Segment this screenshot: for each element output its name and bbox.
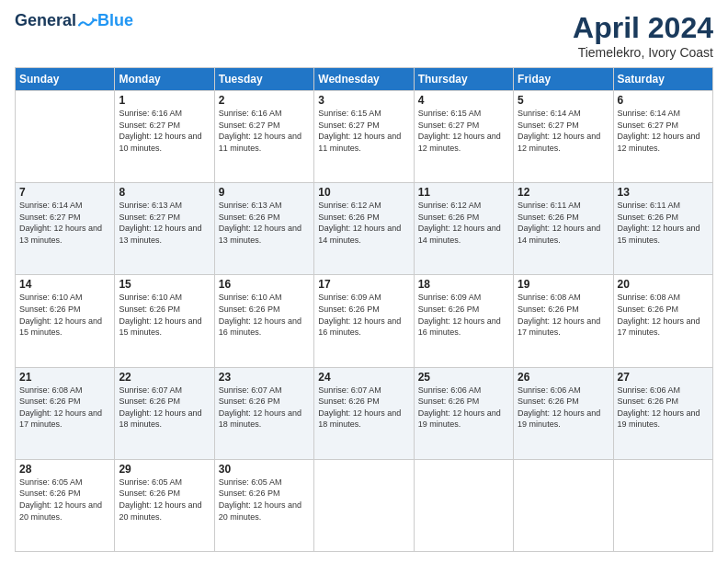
day-info: Sunrise: 6:08 AMSunset: 6:26 PMDaylight:… (19, 385, 110, 431)
calendar-cell: 6Sunrise: 6:14 AMSunset: 6:27 PMDaylight… (613, 91, 712, 183)
day-info: Sunrise: 6:15 AMSunset: 6:27 PMDaylight:… (318, 108, 409, 154)
calendar-cell: 26Sunrise: 6:06 AMSunset: 6:26 PMDayligh… (514, 367, 613, 459)
calendar-cell: 9Sunrise: 6:13 AMSunset: 6:26 PMDaylight… (214, 183, 313, 275)
calendar-cell: 29Sunrise: 6:05 AMSunset: 6:26 PMDayligh… (115, 459, 214, 551)
day-info: Sunrise: 6:05 AMSunset: 6:26 PMDaylight:… (219, 477, 310, 523)
day-info: Sunrise: 6:07 AMSunset: 6:26 PMDaylight:… (119, 385, 210, 431)
day-number: 9 (219, 186, 310, 199)
calendar-cell: 2Sunrise: 6:16 AMSunset: 6:27 PMDaylight… (214, 91, 313, 183)
calendar-cell: 13Sunrise: 6:11 AMSunset: 6:26 PMDayligh… (613, 183, 712, 275)
calendar-header-friday: Friday (514, 68, 613, 91)
day-info: Sunrise: 6:06 AMSunset: 6:26 PMDaylight:… (418, 385, 509, 431)
day-info: Sunrise: 6:12 AMSunset: 6:26 PMDaylight:… (418, 200, 509, 246)
calendar-cell: 5Sunrise: 6:14 AMSunset: 6:27 PMDaylight… (514, 91, 613, 183)
logo-text: General Blue (15, 11, 133, 30)
day-info: Sunrise: 6:15 AMSunset: 6:27 PMDaylight:… (418, 108, 509, 154)
calendar-cell: 21Sunrise: 6:08 AMSunset: 6:26 PMDayligh… (16, 367, 115, 459)
calendar-cell: 3Sunrise: 6:15 AMSunset: 6:27 PMDaylight… (314, 91, 414, 183)
day-number: 16 (219, 278, 310, 291)
calendar-cell (314, 459, 414, 551)
calendar-cell: 18Sunrise: 6:09 AMSunset: 6:26 PMDayligh… (414, 275, 513, 367)
calendar-cell: 12Sunrise: 6:11 AMSunset: 6:26 PMDayligh… (514, 183, 613, 275)
calendar-cell: 19Sunrise: 6:08 AMSunset: 6:26 PMDayligh… (514, 275, 613, 367)
calendar-cell: 7Sunrise: 6:14 AMSunset: 6:27 PMDaylight… (16, 183, 115, 275)
calendar-header-monday: Monday (115, 68, 214, 91)
calendar-cell: 10Sunrise: 6:12 AMSunset: 6:26 PMDayligh… (314, 183, 414, 275)
day-info: Sunrise: 6:14 AMSunset: 6:27 PMDaylight:… (618, 108, 709, 154)
day-number: 25 (418, 371, 509, 384)
calendar-week-4: 21Sunrise: 6:08 AMSunset: 6:26 PMDayligh… (16, 367, 713, 459)
day-info: Sunrise: 6:10 AMSunset: 6:26 PMDaylight:… (19, 292, 110, 338)
day-info: Sunrise: 6:16 AMSunset: 6:27 PMDaylight:… (219, 108, 310, 154)
header: General Blue April 2024 Tiemelekro, Ivor… (15, 11, 713, 60)
calendar-week-2: 7Sunrise: 6:14 AMSunset: 6:27 PMDaylight… (16, 183, 713, 275)
day-info: Sunrise: 6:16 AMSunset: 6:27 PMDaylight:… (119, 108, 210, 154)
day-info: Sunrise: 6:12 AMSunset: 6:26 PMDaylight:… (318, 200, 409, 246)
calendar-week-1: 1Sunrise: 6:16 AMSunset: 6:27 PMDaylight… (16, 91, 713, 183)
calendar-header-sunday: Sunday (16, 68, 115, 91)
day-number: 20 (618, 278, 709, 291)
page: General Blue April 2024 Tiemelekro, Ivor… (0, 0, 728, 563)
calendar-week-5: 28Sunrise: 6:05 AMSunset: 6:26 PMDayligh… (16, 459, 713, 551)
day-number: 26 (518, 371, 609, 384)
day-info: Sunrise: 6:06 AMSunset: 6:26 PMDaylight:… (518, 385, 609, 431)
day-info: Sunrise: 6:14 AMSunset: 6:27 PMDaylight:… (518, 108, 609, 154)
day-info: Sunrise: 6:11 AMSunset: 6:26 PMDaylight:… (618, 200, 709, 246)
calendar-cell (16, 91, 115, 183)
day-number: 6 (618, 94, 709, 107)
calendar-cell: 11Sunrise: 6:12 AMSunset: 6:26 PMDayligh… (414, 183, 513, 275)
calendar-cell: 27Sunrise: 6:06 AMSunset: 6:26 PMDayligh… (613, 367, 712, 459)
day-number: 2 (219, 94, 310, 107)
day-number: 18 (418, 278, 509, 291)
day-number: 15 (119, 278, 210, 291)
calendar-header-wednesday: Wednesday (314, 68, 414, 91)
calendar-cell: 24Sunrise: 6:07 AMSunset: 6:26 PMDayligh… (314, 367, 414, 459)
day-number: 30 (219, 463, 310, 476)
calendar-week-3: 14Sunrise: 6:10 AMSunset: 6:26 PMDayligh… (16, 275, 713, 367)
day-number: 4 (418, 94, 509, 107)
day-number: 17 (318, 278, 409, 291)
calendar-cell: 17Sunrise: 6:09 AMSunset: 6:26 PMDayligh… (314, 275, 414, 367)
day-info: Sunrise: 6:05 AMSunset: 6:26 PMDaylight:… (119, 477, 210, 523)
day-info: Sunrise: 6:13 AMSunset: 6:26 PMDaylight:… (219, 200, 310, 246)
title-block: April 2024 Tiemelekro, Ivory Coast (573, 11, 713, 60)
logo-wave-icon (77, 14, 97, 29)
day-info: Sunrise: 6:06 AMSunset: 6:26 PMDaylight:… (618, 385, 709, 431)
day-number: 22 (119, 371, 210, 384)
day-number: 21 (19, 371, 110, 384)
calendar-cell: 15Sunrise: 6:10 AMSunset: 6:26 PMDayligh… (115, 275, 214, 367)
calendar-cell: 14Sunrise: 6:10 AMSunset: 6:26 PMDayligh… (16, 275, 115, 367)
day-number: 8 (119, 186, 210, 199)
day-info: Sunrise: 6:07 AMSunset: 6:26 PMDaylight:… (318, 385, 409, 431)
day-info: Sunrise: 6:08 AMSunset: 6:26 PMDaylight:… (618, 292, 709, 338)
day-info: Sunrise: 6:07 AMSunset: 6:26 PMDaylight:… (219, 385, 310, 431)
day-number: 10 (318, 186, 409, 199)
day-number: 13 (618, 186, 709, 199)
day-info: Sunrise: 6:11 AMSunset: 6:26 PMDaylight:… (518, 200, 609, 246)
logo-general: General (15, 11, 76, 30)
calendar-header-thursday: Thursday (414, 68, 513, 91)
day-number: 5 (518, 94, 609, 107)
page-subtitle: Tiemelekro, Ivory Coast (573, 45, 713, 60)
page-title: April 2024 (573, 11, 713, 45)
day-number: 28 (19, 463, 110, 476)
calendar-header-row: SundayMondayTuesdayWednesdayThursdayFrid… (16, 68, 713, 91)
day-number: 23 (219, 371, 310, 384)
calendar-cell: 20Sunrise: 6:08 AMSunset: 6:26 PMDayligh… (613, 275, 712, 367)
day-number: 29 (119, 463, 210, 476)
calendar-cell: 1Sunrise: 6:16 AMSunset: 6:27 PMDaylight… (115, 91, 214, 183)
calendar-cell: 30Sunrise: 6:05 AMSunset: 6:26 PMDayligh… (214, 459, 313, 551)
logo: General Blue (15, 11, 133, 30)
calendar-header-tuesday: Tuesday (214, 68, 313, 91)
calendar-cell: 23Sunrise: 6:07 AMSunset: 6:26 PMDayligh… (214, 367, 313, 459)
calendar-cell: 8Sunrise: 6:13 AMSunset: 6:27 PMDaylight… (115, 183, 214, 275)
calendar-table: SundayMondayTuesdayWednesdayThursdayFrid… (15, 67, 713, 552)
day-number: 19 (518, 278, 609, 291)
day-number: 27 (618, 371, 709, 384)
logo-blue: Blue (97, 11, 133, 30)
day-info: Sunrise: 6:10 AMSunset: 6:26 PMDaylight:… (219, 292, 310, 338)
day-number: 1 (119, 94, 210, 107)
day-info: Sunrise: 6:14 AMSunset: 6:27 PMDaylight:… (19, 200, 110, 246)
calendar-cell: 28Sunrise: 6:05 AMSunset: 6:26 PMDayligh… (16, 459, 115, 551)
day-info: Sunrise: 6:08 AMSunset: 6:26 PMDaylight:… (518, 292, 609, 338)
